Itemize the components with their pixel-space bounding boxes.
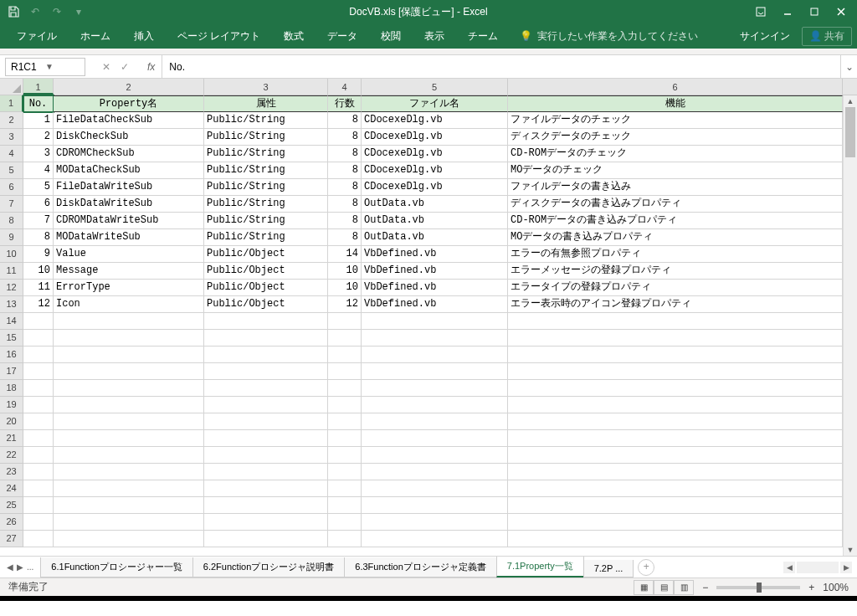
cell[interactable]: MODataCheckSub	[54, 162, 204, 179]
cell[interactable]	[54, 531, 204, 547]
cell[interactable]	[508, 447, 843, 464]
row-header[interactable]: 20	[0, 413, 23, 430]
cell[interactable]	[54, 413, 204, 430]
horizontal-scrollbar[interactable]: ◀ ▶	[654, 562, 857, 573]
cell[interactable]	[328, 514, 362, 531]
row-header[interactable]: 7	[0, 196, 23, 213]
ribbon-options-icon[interactable]	[748, 2, 773, 22]
cell[interactable]: Value	[54, 246, 204, 263]
tell-me-search[interactable]: 💡 実行したい作業を入力してください	[520, 29, 698, 44]
row-header[interactable]: 26	[0, 514, 23, 531]
cell[interactable]: Public/Object	[204, 246, 328, 263]
cell[interactable]	[204, 464, 328, 480]
scrollbar-thumb[interactable]	[845, 107, 855, 157]
cell[interactable]	[204, 330, 328, 346]
cell[interactable]	[508, 413, 843, 430]
row-header[interactable]: 2	[0, 112, 23, 129]
cell[interactable]	[362, 480, 508, 497]
cell[interactable]: Icon	[54, 296, 204, 313]
normal-view-icon[interactable]: ▦	[634, 580, 654, 595]
cell[interactable]: ErrorType	[54, 280, 204, 296]
cell[interactable]	[204, 380, 328, 397]
cell[interactable]	[204, 497, 328, 514]
scroll-right-icon[interactable]: ▶	[840, 562, 852, 573]
cell[interactable]	[362, 447, 508, 464]
cell[interactable]	[362, 497, 508, 514]
row-header[interactable]: 25	[0, 497, 23, 514]
cell[interactable]	[508, 380, 843, 397]
cell[interactable]: CDocexeDlg.vb	[362, 112, 508, 129]
cell[interactable]: VbDefined.vb	[362, 246, 508, 263]
row-header[interactable]: 23	[0, 464, 23, 480]
cell[interactable]	[23, 447, 54, 464]
cell[interactable]	[54, 514, 204, 531]
cell[interactable]: エラータイプの登録プロパティ	[508, 280, 843, 296]
cell[interactable]	[54, 480, 204, 497]
cell[interactable]	[328, 380, 362, 397]
tab-pagelayout[interactable]: ページ レイアウト	[166, 24, 272, 49]
maximize-icon[interactable]	[802, 2, 827, 22]
cell[interactable]: Public/String	[204, 146, 328, 162]
cell[interactable]: OutData.vb	[362, 196, 508, 213]
zoom-level[interactable]: 100%	[823, 582, 849, 593]
cell[interactable]: ディスクデータの書き込みプロパティ	[508, 196, 843, 213]
cell[interactable]	[23, 330, 54, 346]
fx-icon[interactable]: fx	[141, 61, 162, 73]
cell[interactable]	[362, 397, 508, 413]
cell[interactable]	[362, 430, 508, 447]
row-header[interactable]: 3	[0, 129, 23, 146]
cell[interactable]: 3	[23, 146, 54, 162]
enter-formula-icon[interactable]: ✓	[121, 61, 129, 73]
cell[interactable]: 8	[328, 112, 362, 129]
cell[interactable]	[508, 397, 843, 413]
cell[interactable]: 7	[23, 213, 54, 229]
col-header[interactable]: 6	[508, 79, 843, 95]
cell[interactable]	[204, 514, 328, 531]
cell[interactable]: FileDataWriteSub	[54, 179, 204, 196]
cell[interactable]: 8	[23, 229, 54, 246]
cell[interactable]: 機能	[508, 95, 843, 112]
cell[interactable]	[328, 497, 362, 514]
row-header[interactable]: 4	[0, 146, 23, 162]
vertical-scrollbar[interactable]: ▲ ▼	[843, 95, 857, 556]
tab-team[interactable]: チーム	[456, 24, 510, 49]
row-header[interactable]: 5	[0, 162, 23, 179]
cell[interactable]: No.	[23, 95, 54, 112]
cell[interactable]: CD-ROMデータの書き込みプロパティ	[508, 213, 843, 229]
cell[interactable]	[508, 480, 843, 497]
cell[interactable]: CDocexeDlg.vb	[362, 162, 508, 179]
cell[interactable]	[362, 464, 508, 480]
col-header[interactable]: 5	[362, 79, 508, 95]
cell[interactable]: DiskDataWriteSub	[54, 196, 204, 213]
cell[interactable]: 8	[328, 213, 362, 229]
cell[interactable]	[508, 346, 843, 363]
cell[interactable]: エラーメッセージの登録プロパティ	[508, 263, 843, 280]
cell[interactable]	[23, 464, 54, 480]
cell[interactable]	[23, 413, 54, 430]
cell[interactable]: VbDefined.vb	[362, 263, 508, 280]
cell[interactable]	[362, 346, 508, 363]
col-header[interactable]: 2	[54, 79, 204, 95]
row-header[interactable]: 11	[0, 263, 23, 280]
page-break-view-icon[interactable]: ▥	[674, 580, 694, 595]
cell[interactable]: OutData.vb	[362, 229, 508, 246]
cell[interactable]: 12	[23, 296, 54, 313]
cell[interactable]: 5	[23, 179, 54, 196]
page-layout-view-icon[interactable]: ▤	[654, 580, 674, 595]
cell[interactable]: エラーの有無参照プロパティ	[508, 246, 843, 263]
cell[interactable]	[204, 397, 328, 413]
cell[interactable]: Public/String	[204, 229, 328, 246]
sheet-nav-more[interactable]: ...	[27, 562, 33, 572]
close-icon[interactable]	[829, 2, 854, 22]
cell[interactable]	[204, 313, 328, 330]
cell[interactable]: ファイルデータのチェック	[508, 112, 843, 129]
cell[interactable]	[204, 430, 328, 447]
cell[interactable]: 9	[23, 246, 54, 263]
cell[interactable]: 8	[328, 129, 362, 146]
cell[interactable]: Public/Object	[204, 263, 328, 280]
sheet-nav-prev-icon[interactable]: ◀	[7, 562, 13, 572]
cell[interactable]: 属性	[204, 95, 328, 112]
cell[interactable]	[23, 313, 54, 330]
cell[interactable]: Property名	[54, 95, 204, 112]
cell[interactable]: MOデータの書き込みプロパティ	[508, 229, 843, 246]
